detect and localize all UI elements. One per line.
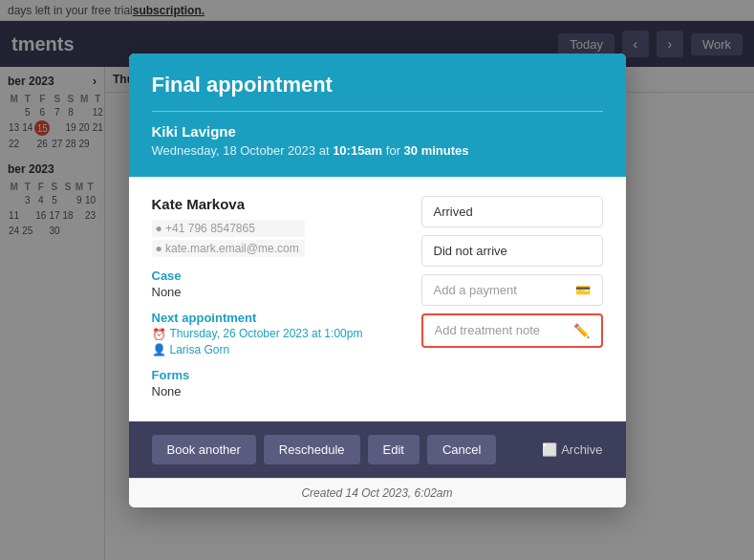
- modal-time: 10:15am: [333, 143, 382, 158]
- created-text: Created 14 Oct 2023, 6:02am: [301, 486, 452, 500]
- forms-value: None: [152, 384, 402, 398]
- modal-body: Kate Markova ● +41 796 8547865 ● kate.ma…: [129, 177, 626, 421]
- modal-created-info: Created 14 Oct 2023, 6:02am: [129, 478, 626, 507]
- archive-button[interactable]: ⬜ Archive: [542, 442, 602, 457]
- modal-date-at: at: [319, 143, 333, 158]
- next-appointment-person-row: 👤 Larisa Gorn: [152, 343, 402, 356]
- archive-label: Archive: [561, 442, 602, 457]
- add-payment-label: Add a payment: [434, 283, 517, 297]
- modal-date-for: for: [386, 143, 404, 158]
- case-label: Case: [152, 269, 402, 283]
- modal-duration: 30 minutes: [404, 143, 469, 158]
- arrived-button[interactable]: Arrived: [421, 196, 603, 227]
- patient-name: Kate Markova: [152, 196, 402, 212]
- clock-icon: ⏰: [152, 328, 166, 341]
- patient-phone: ● +41 796 8547865: [152, 220, 305, 237]
- did-not-arrive-button[interactable]: Did not arrive: [421, 235, 603, 267]
- final-appointment-modal: Final appointment Kiki Lavigne Wednesday…: [129, 54, 626, 507]
- payment-icon: 💳: [575, 283, 591, 297]
- book-another-button[interactable]: Book another: [152, 435, 256, 464]
- reschedule-button[interactable]: Reschedule: [264, 435, 360, 464]
- person-icon: 👤: [152, 343, 166, 356]
- add-payment-button[interactable]: Add a payment 💳: [421, 274, 603, 306]
- forms-label: Forms: [152, 368, 402, 382]
- add-treatment-note-button[interactable]: Add treatment note ✏️: [421, 313, 603, 348]
- modal-divider: [152, 111, 603, 112]
- next-appointment-date: Thursday, 26 October 2023 at 1:00pm: [170, 327, 363, 340]
- next-appointment-date-row: ⏰ Thursday, 26 October 2023 at 1:00pm: [152, 327, 402, 341]
- modal-footer: Book another Reschedule Edit Cancel ⬜ Ar…: [129, 421, 626, 478]
- treatment-note-label: Add treatment note: [435, 323, 541, 337]
- edit-icon: ✏️: [573, 323, 590, 338]
- modal-left-panel: Kate Markova ● +41 796 8547865 ● kate.ma…: [152, 196, 402, 402]
- modal-right-panel: Arrived Did not arrive Add a payment 💳 A…: [421, 196, 603, 402]
- modal-header-patient-name: Kiki Lavigne: [152, 123, 603, 140]
- modal-title: Final appointment: [152, 73, 603, 97]
- modal-date-line: Wednesday, 18 October 2023 at 10:15am fo…: [152, 143, 603, 158]
- edit-button[interactable]: Edit: [368, 435, 420, 464]
- modal-header: Final appointment Kiki Lavigne Wednesday…: [129, 54, 626, 177]
- archive-icon: ⬜: [542, 442, 557, 457]
- next-appointment-label: Next appointment: [152, 311, 402, 325]
- next-appointment-person: Larisa Gorn: [170, 343, 230, 356]
- modal-overlay: Final appointment Kiki Lavigne Wednesday…: [0, 0, 754, 560]
- case-value: None: [152, 285, 402, 299]
- patient-email: ● kate.mark.email@me.com: [152, 240, 305, 257]
- cancel-button[interactable]: Cancel: [427, 435, 496, 464]
- modal-date-text: Wednesday, 18 October 2023: [152, 143, 316, 158]
